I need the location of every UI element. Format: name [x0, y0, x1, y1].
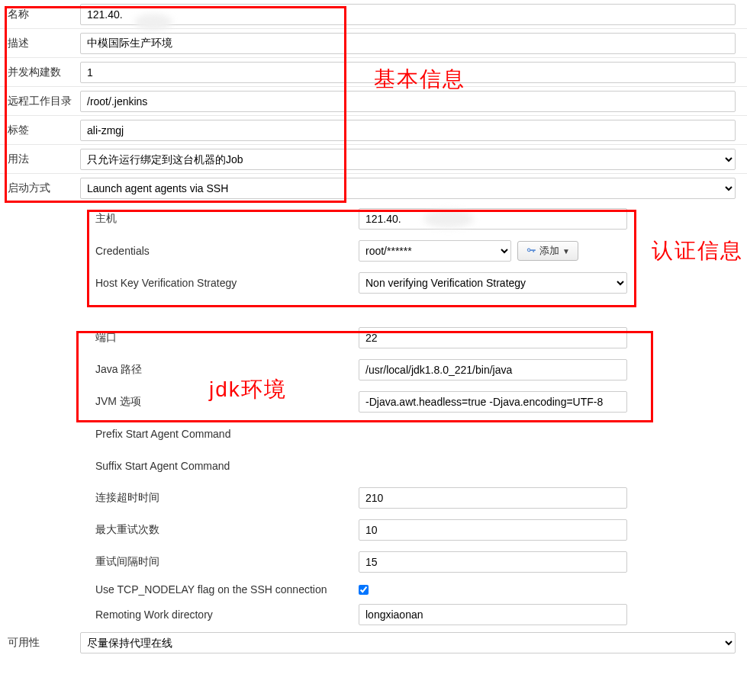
auth-block: 主机 Credentials root/****** 添加 ▼	[0, 203, 747, 299]
label-port: 端口	[88, 331, 359, 345]
input-remoting-dir[interactable]	[359, 604, 627, 625]
input-name[interactable]	[80, 4, 736, 25]
label-conn-timeout: 连接超时时间	[88, 491, 359, 505]
label-retry-wait: 重试间隔时间	[88, 555, 359, 569]
row-remote-fs: 远程工作目录	[0, 87, 747, 116]
input-host[interactable]	[359, 208, 627, 230]
select-credentials[interactable]: root/******	[359, 240, 511, 262]
row-launch-method: 启动方式 Launch agent agents via SSH	[0, 174, 747, 203]
row-java-path: Java 路径	[88, 354, 747, 386]
key-icon	[526, 246, 536, 256]
input-java-path[interactable]	[359, 359, 627, 381]
label-suffix-cmd: Suffix Start Agent Command	[88, 460, 359, 472]
row-suffix-cmd: Suffix Start Agent Command	[88, 450, 747, 482]
row-host: 主机	[88, 203, 747, 235]
input-executors[interactable]	[80, 62, 736, 83]
input-jvm-opts[interactable]	[359, 391, 627, 413]
label-launch-method: 启动方式	[0, 181, 80, 195]
checkbox-tcp-nodelay[interactable]	[359, 585, 369, 595]
label-prefix-cmd: Prefix Start Agent Command	[88, 428, 359, 440]
select-availability[interactable]: 尽量保持代理在线	[80, 632, 736, 653]
label-description: 描述	[0, 37, 80, 50]
row-labels: 标签	[0, 116, 747, 145]
row-availability: 可用性 尽量保持代理在线	[0, 628, 747, 657]
label-hostkey: Host Key Verification Strategy	[88, 277, 359, 289]
input-conn-timeout[interactable]	[359, 487, 627, 509]
label-jvm-opts: JVM 选项	[88, 395, 359, 409]
label-tcp-nodelay: Use TCP_NODELAY flag on the SSH connecti…	[88, 583, 359, 596]
label-remoting-dir: Remoting Work directory	[88, 608, 359, 621]
row-jvm-opts: JVM 选项	[88, 386, 747, 418]
add-button-label: 添加	[539, 244, 559, 258]
row-hostkey: Host Key Verification Strategy Non verif…	[88, 267, 747, 299]
row-remoting-dir: Remoting Work directory	[88, 601, 747, 628]
label-usage: 用法	[0, 153, 80, 166]
row-tcp-nodelay: Use TCP_NODELAY flag on the SSH connecti…	[88, 578, 747, 601]
blur-mask	[423, 210, 474, 228]
label-remote-fs: 远程工作目录	[0, 95, 80, 108]
add-credentials-button[interactable]: 添加 ▼	[517, 241, 578, 261]
row-usage: 用法 只允许运行绑定到这台机器的Job	[0, 145, 747, 174]
row-conn-timeout: 连接超时时间	[88, 482, 747, 514]
blur-mask	[134, 14, 172, 31]
input-retry-wait[interactable]	[359, 551, 627, 573]
label-name: 名称	[0, 8, 80, 21]
form-container: 名称 描述 并发构建数 远程工作目录 标签 用法 只允许运行绑定到这台机器的Jo	[0, 0, 747, 657]
jdk-block: 端口 Java 路径 JVM 选项 Prefix Start Agent Com…	[0, 322, 747, 628]
input-port[interactable]	[359, 327, 627, 348]
row-port: 端口	[88, 322, 747, 354]
label-max-retries: 最大重试次数	[88, 523, 359, 537]
label-labels: 标签	[0, 124, 80, 137]
row-retry-wait: 重试间隔时间	[88, 546, 747, 578]
row-executors: 并发构建数	[0, 58, 747, 87]
label-java-path: Java 路径	[88, 363, 359, 377]
label-executors: 并发构建数	[0, 66, 80, 79]
select-launch-method[interactable]: Launch agent agents via SSH	[80, 178, 736, 199]
row-prefix-cmd: Prefix Start Agent Command	[88, 418, 747, 450]
input-remote-fs[interactable]	[80, 91, 736, 112]
row-description: 描述	[0, 29, 747, 58]
row-credentials: Credentials root/****** 添加 ▼	[88, 235, 747, 267]
select-usage[interactable]: 只允许运行绑定到这台机器的Job	[80, 149, 736, 170]
row-name: 名称	[0, 0, 747, 29]
input-max-retries[interactable]	[359, 519, 627, 541]
input-labels[interactable]	[80, 120, 736, 141]
label-host: 主机	[88, 212, 359, 226]
label-credentials: Credentials	[88, 245, 359, 257]
select-hostkey[interactable]: Non verifying Verification Strategy	[359, 272, 627, 294]
caret-down-icon: ▼	[562, 247, 570, 255]
label-availability: 可用性	[0, 636, 80, 650]
input-description[interactable]	[80, 33, 736, 54]
row-max-retries: 最大重试次数	[88, 514, 747, 546]
